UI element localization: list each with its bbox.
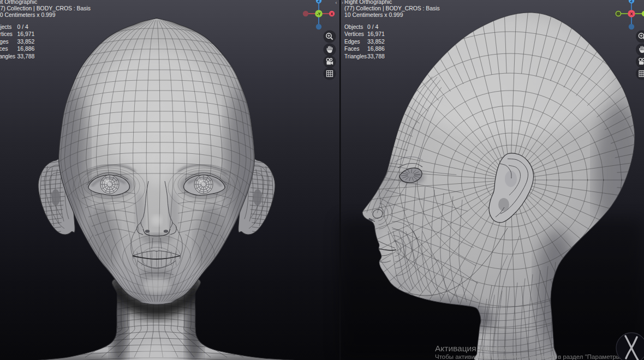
- svg-text:16,886: 16,886: [17, 46, 35, 52]
- svg-text:33,788: 33,788: [367, 53, 385, 59]
- svg-text:Edges: Edges: [344, 39, 360, 45]
- svg-text:10 Centimeters x 0.999: 10 Centimeters x 0.999: [344, 12, 403, 18]
- svg-text:Objects: Objects: [0, 24, 11, 30]
- svg-text:16,971: 16,971: [17, 31, 35, 37]
- svg-text:(77) Collection | BODY_CROS :: (77) Collection | BODY_CROS : Basis: [344, 5, 440, 11]
- svg-text:Front Orthographic: Front Orthographic: [0, 0, 37, 5]
- svg-text:16,971: 16,971: [367, 31, 385, 37]
- svg-text:X: X: [630, 11, 633, 16]
- svg-text:33,852: 33,852: [367, 39, 385, 45]
- svg-text:Edges: Edges: [0, 39, 9, 45]
- svg-text:Z: Z: [318, 0, 320, 3]
- svg-text:Vertices: Vertices: [0, 31, 13, 37]
- svg-text:Faces: Faces: [344, 46, 360, 52]
- svg-text:Vertices: Vertices: [344, 31, 364, 37]
- svg-text:Чтобы активировать Windows, пе: Чтобы активировать Windows, перейдите в …: [435, 353, 624, 360]
- svg-text:0 / 4: 0 / 4: [367, 24, 378, 30]
- svg-text:Right Orthographic: Right Orthographic: [344, 0, 392, 5]
- svg-text:Z: Z: [630, 0, 633, 3]
- svg-text:33,852: 33,852: [17, 39, 35, 45]
- svg-text:Triangles: Triangles: [344, 53, 367, 59]
- svg-text:33,788: 33,788: [17, 53, 35, 59]
- svg-text:Faces: Faces: [0, 46, 8, 52]
- svg-text:-Y: -Y: [317, 12, 321, 16]
- svg-text:Objects: Objects: [344, 24, 363, 30]
- svg-text:›: ›: [342, 0, 343, 5]
- svg-text:‹: ‹: [336, 0, 337, 5]
- svg-text:Triangles: Triangles: [0, 53, 15, 59]
- svg-text:(7) Collection | BODY_CROS : B: (7) Collection | BODY_CROS : Basis: [0, 5, 91, 11]
- svg-text:16,886: 16,886: [367, 46, 385, 52]
- svg-text:X: X: [330, 11, 333, 16]
- svg-text:Активация Windows: Активация Windows: [435, 344, 513, 353]
- svg-text:0 / 4: 0 / 4: [17, 24, 28, 30]
- svg-text:10 Centimeters x 0.999: 10 Centimeters x 0.999: [0, 12, 56, 18]
